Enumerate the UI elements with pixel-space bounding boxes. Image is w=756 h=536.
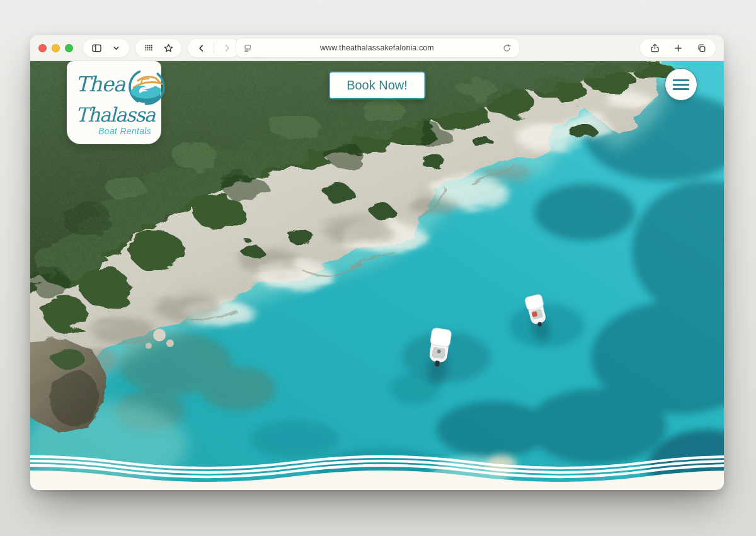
- toolbar-right-group: [640, 39, 716, 57]
- wave-decoration: [30, 452, 724, 490]
- favorites-button[interactable]: [161, 40, 175, 55]
- grid-icon: [144, 43, 154, 53]
- close-button[interactable]: [38, 44, 47, 52]
- sidebar-pill: [83, 39, 129, 57]
- tabs-button[interactable]: [694, 41, 708, 56]
- nav-divider: [214, 43, 214, 53]
- browser-window: www.theathalassakefalonia.com: [30, 35, 724, 490]
- minimize-button[interactable]: [52, 44, 60, 52]
- menu-button[interactable]: [665, 68, 697, 101]
- hero-section: Thea Thalas: [30, 61, 724, 490]
- reader-icon: [243, 43, 253, 53]
- logo-word-1: Thea: [76, 74, 125, 94]
- navigation-pill: [188, 39, 240, 57]
- reload-button[interactable]: [500, 40, 514, 55]
- start-page-pill: [135, 39, 181, 57]
- actions-pill: [640, 39, 716, 57]
- star-icon: [163, 43, 174, 54]
- back-button[interactable]: [194, 40, 208, 55]
- reader-button[interactable]: [241, 40, 255, 55]
- tabs-overview-icon: [696, 43, 707, 54]
- sidebar-chevron-button[interactable]: [109, 40, 123, 55]
- new-tab-button[interactable]: [671, 41, 685, 56]
- start-page-button[interactable]: [142, 40, 156, 55]
- url-text[interactable]: www.theathalassakefalonia.com: [255, 43, 500, 52]
- book-now-button[interactable]: Book Now!: [328, 71, 426, 100]
- site-logo-card[interactable]: Thea Thalas: [67, 61, 161, 144]
- window-controls: [38, 44, 73, 52]
- sidebar-toggle-button[interactable]: [89, 40, 103, 55]
- forward-button[interactable]: [220, 40, 234, 55]
- desktop-background: www.theathalassakefalonia.com: [0, 0, 756, 536]
- forward-icon: [222, 43, 232, 53]
- new-tab-icon: [673, 43, 683, 53]
- sidebar-icon: [91, 43, 102, 54]
- browser-toolbar: www.theathalassakefalonia.com: [30, 35, 724, 61]
- share-icon: [650, 43, 660, 54]
- logo-subtitle: Boat Rentals: [76, 126, 154, 136]
- zoom-button[interactable]: [65, 44, 73, 52]
- share-button[interactable]: [648, 41, 662, 56]
- logo-word-2: Thalassa: [76, 105, 154, 125]
- reload-icon: [502, 43, 512, 53]
- address-bar[interactable]: www.theathalassakefalonia.com: [236, 38, 519, 57]
- chevron-down-icon: [112, 44, 120, 52]
- back-icon: [197, 43, 206, 53]
